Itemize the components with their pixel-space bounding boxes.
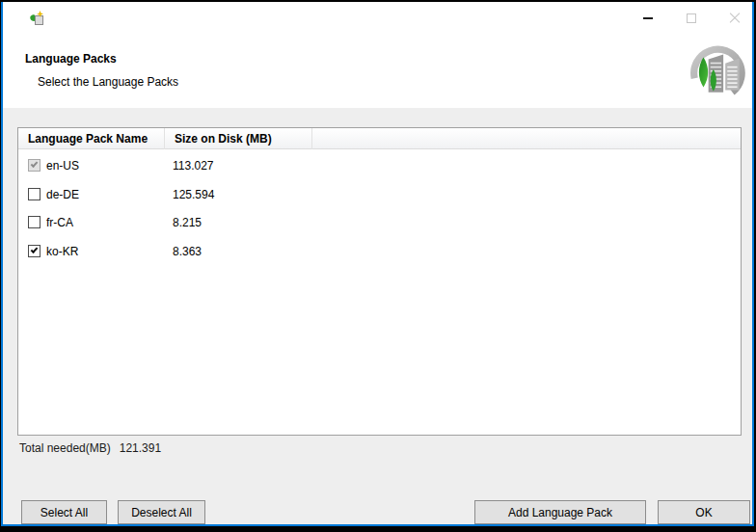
app-icon[interactable] — [28, 10, 45, 27]
language-pack-checkbox — [28, 159, 40, 172]
minimize-icon — [643, 17, 653, 19]
table-row[interactable]: ko-KR 8.363 — [18, 237, 741, 265]
table-rows: en-US 113.027 de-DE 125.594 fr-CA 8.215 … — [18, 128, 741, 435]
close-icon — [728, 12, 742, 25]
total-needed-value: 121.391 — [120, 441, 161, 455]
total-needed: Total needed(MB) 121.391 — [19, 441, 161, 455]
size-on-disk: 8.363 — [173, 245, 202, 258]
table-row[interactable]: fr-CA 8.215 — [18, 208, 741, 236]
language-packs-dialog: Language Packs Select the Language Packs — [0, 0, 756, 532]
check-icon — [31, 160, 39, 168]
deselect-all-button[interactable]: Deselect All — [118, 500, 205, 524]
ok-button[interactable]: OK — [658, 500, 750, 524]
language-pack-table: Language Pack Name Size on Disk (MB) en-… — [17, 127, 742, 436]
size-on-disk: 125.594 — [173, 188, 214, 201]
close-button[interactable] — [713, 4, 756, 33]
language-pack-name: de-DE — [46, 188, 79, 201]
maximize-button[interactable] — [669, 4, 713, 33]
language-pack-name: en-US — [46, 159, 79, 173]
select-all-button[interactable]: Select All — [21, 500, 107, 524]
language-pack-checkbox[interactable] — [28, 188, 40, 200]
total-needed-label: Total needed(MB) — [19, 441, 111, 455]
table-row[interactable]: en-US 113.027 — [18, 151, 741, 179]
minimize-button[interactable] — [626, 4, 669, 33]
size-on-disk: 113.027 — [173, 159, 214, 173]
add-language-pack-button[interactable]: Add Language Pack — [474, 500, 646, 524]
language-pack-checkbox[interactable] — [28, 216, 40, 228]
table-row[interactable]: de-DE 125.594 — [18, 180, 741, 208]
page-subtitle: Select the Language Packs — [38, 75, 178, 89]
check-icon — [31, 246, 39, 253]
language-pack-name: fr-CA — [46, 216, 73, 229]
size-on-disk: 8.215 — [173, 216, 202, 229]
maximize-icon — [687, 13, 696, 23]
language-packs-logo-icon — [688, 42, 751, 102]
language-pack-name: ko-KR — [46, 245, 78, 258]
dialog-header: Language Packs Select the Language Packs — [3, 2, 752, 108]
page-title: Language Packs — [25, 52, 117, 66]
language-pack-checkbox[interactable] — [28, 245, 40, 257]
